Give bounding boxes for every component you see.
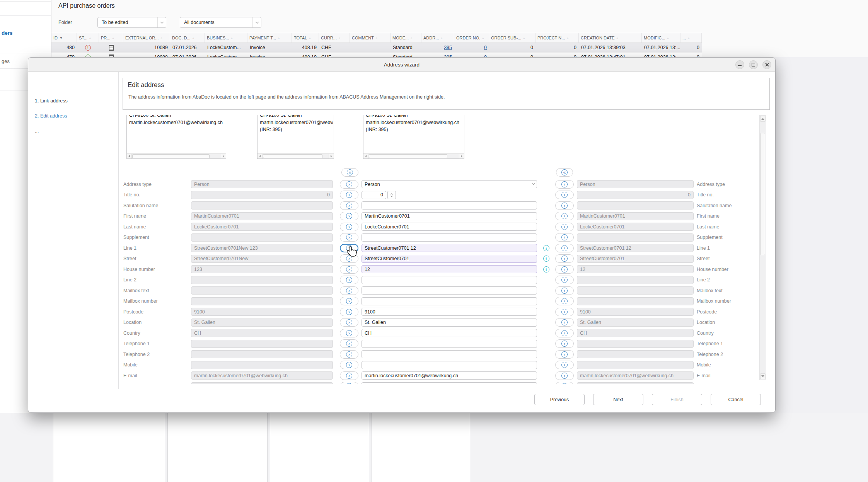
minimize-button[interactable] (735, 60, 744, 69)
field-middle-salutation-name[interactable] (362, 201, 537, 209)
column-header-pr[interactable]: PR...▵ (99, 33, 123, 43)
field-middle-mailbox-number[interactable] (362, 297, 537, 305)
field-middle-title-no[interactable]: 0 (362, 191, 386, 199)
scroll-left-button[interactable] (127, 154, 132, 158)
column-header-mode[interactable]: MODE...▵ (391, 33, 421, 43)
copy-right-button-address-type[interactable]: › (340, 180, 358, 189)
copy-right-button-line-2[interactable]: › (340, 276, 358, 284)
field-middle-line-1[interactable]: StreetCustomer0701 12 (362, 244, 537, 252)
copy-right-button-title-no[interactable]: › (340, 191, 358, 199)
field-middle-house-number[interactable]: 12 (362, 265, 537, 273)
copy-right-button-salutation-name[interactable]: › (340, 201, 358, 210)
column-header-external-or[interactable]: EXTERNAL OR...▵ (123, 33, 170, 43)
column-header-st[interactable]: ST...▵ (77, 33, 99, 43)
copy-left-button-last-name[interactable]: ‹ (555, 223, 574, 231)
copy-right-button-location[interactable]: › (340, 318, 358, 327)
column-header-id[interactable]: ID▼ (51, 33, 77, 43)
previous-button[interactable]: Previous (534, 394, 585, 405)
wizard-step-3[interactable]: ... (35, 128, 39, 134)
scroll-right-button[interactable] (221, 154, 226, 158)
field-middle-street[interactable]: StreetCustomer0701 (362, 255, 537, 263)
copy-left-button-first-name[interactable]: ‹ (555, 212, 574, 220)
copy-right-button-street[interactable]: › (340, 254, 358, 263)
column-header-creation-date[interactable]: CREATION DATE▵ (579, 33, 642, 43)
info-icon[interactable]: i (543, 245, 549, 251)
column-header-modific[interactable]: MODIFIC...▵ (642, 33, 680, 43)
copy-right-button-mailbox-number[interactable]: › (340, 297, 358, 305)
field-middle-telephone-1[interactable] (362, 340, 537, 348)
copy-right-button-supplement[interactable]: › (340, 233, 358, 242)
maximize-button[interactable] (749, 60, 758, 69)
copy-right-button-line-1[interactable]: › (340, 244, 358, 252)
dialog-titlebar[interactable]: Address wizard (28, 58, 775, 72)
horizontal-scrollbar[interactable] (258, 153, 334, 158)
copy-left-button-address-type[interactable]: ‹ (555, 180, 574, 189)
copy-right-button-postcode[interactable]: › (340, 308, 358, 316)
copy-left-button-postcode[interactable]: ‹ (555, 308, 574, 316)
address-preview-panel[interactable]: CH-9100 St. Gallenmartin.lockecustomer07… (126, 115, 226, 159)
copy-all-right-button[interactable]: » (341, 168, 358, 177)
field-middle-mailbox-text[interactable] (362, 286, 537, 295)
scroll-right-button[interactable] (459, 154, 464, 158)
copy-left-button-country[interactable]: ‹ (555, 329, 574, 337)
field-middle-e-mail[interactable]: martin.lockecustomer0701@webwirkung.ch (362, 371, 537, 380)
field-middle-last-name[interactable]: LockeCustomer0701 (362, 223, 537, 231)
scrollbar-thumb[interactable] (263, 154, 322, 158)
scroll-down-button[interactable] (760, 373, 766, 379)
scroll-right-button[interactable] (329, 154, 334, 158)
next-button[interactable]: Next (593, 394, 643, 405)
copy-left-button-line-1[interactable]: ‹ (555, 244, 574, 252)
field-middle-mobile[interactable] (362, 361, 537, 369)
copy-right-button-e-mail[interactable]: › (340, 371, 358, 380)
documents-select[interactable]: All documents (180, 17, 261, 28)
field-middle-supplement[interactable] (362, 233, 537, 242)
sidebar-item-ges[interactable]: ges (2, 58, 10, 64)
copy-right-button-mobile[interactable]: › (340, 361, 358, 369)
copy-left-button-house-number[interactable]: ‹ (555, 265, 574, 274)
copy-left-button-partial[interactable]: ‹ (555, 382, 574, 384)
horizontal-scrollbar[interactable] (363, 153, 464, 158)
copy-right-button-mailbox-text[interactable]: › (340, 286, 358, 295)
cell-link-order-no[interactable]: 0 (484, 45, 487, 50)
vertical-scrollbar[interactable] (759, 115, 766, 380)
wizard-step-1[interactable]: 1. Link address (35, 98, 68, 104)
copy-left-button-telephone-1[interactable]: ‹ (555, 339, 574, 348)
column-header-busines[interactable]: BUSINES...▵ (205, 33, 247, 43)
column-header-doc-d[interactable]: DOC. D...▵ (170, 33, 205, 43)
copy-right-button-first-name[interactable]: › (340, 212, 358, 220)
scrollbar-thumb[interactable] (369, 154, 447, 158)
copy-left-button-mailbox-number[interactable]: ‹ (555, 297, 574, 305)
cell-link-addr[interactable]: 395 (444, 45, 452, 50)
table-row[interactable]: 480!1008907.01.2026LockeCustom...Invoice… (51, 43, 702, 53)
column-header-curr[interactable]: CURR...▵ (319, 33, 350, 43)
copy-right-button-telephone-1[interactable]: › (340, 339, 358, 348)
field-middle-address-type[interactable]: Person (362, 180, 537, 188)
copy-left-button-salutation-name[interactable]: ‹ (555, 201, 574, 210)
folder-select[interactable]: To be edited (97, 17, 166, 28)
copy-left-button-e-mail[interactable]: ‹ (555, 371, 574, 380)
address-preview-panel[interactable]: CH-9100 St. Gallenmartin.lockecustomer07… (257, 115, 334, 159)
copy-left-button-mailbox-text[interactable]: ‹ (555, 286, 574, 295)
info-icon[interactable]: i (543, 255, 549, 262)
field-middle-country[interactable]: CH (362, 329, 537, 337)
scroll-up-button[interactable] (760, 116, 766, 122)
scroll-left-button[interactable] (258, 154, 263, 158)
column-header-order-no[interactable]: ORDER NO.▵ (454, 33, 489, 43)
field-middle-first-name[interactable]: MartinCustomer0701 (362, 212, 537, 220)
copy-left-button-supplement[interactable]: ‹ (555, 233, 574, 242)
copy-left-button-location[interactable]: ‹ (555, 318, 574, 327)
number-spinner[interactable] (387, 191, 396, 199)
horizontal-scrollbar[interactable] (127, 153, 226, 158)
copy-left-button-mobile[interactable]: ‹ (555, 361, 574, 369)
close-button[interactable] (762, 60, 771, 69)
scrollbar-thumb[interactable] (132, 154, 210, 158)
copy-left-button-line-2[interactable]: ‹ (555, 276, 574, 284)
scroll-left-button[interactable] (363, 154, 368, 158)
column-header-more[interactable]: ...▵ (680, 33, 702, 43)
column-header-project-n[interactable]: PROJECT N...▵ (535, 33, 579, 43)
copy-all-left-button[interactable]: « (556, 168, 573, 177)
cancel-button[interactable]: Cancel (711, 394, 761, 405)
field-middle-telephone-2[interactable] (362, 350, 537, 358)
wizard-step-2[interactable]: 2. Edit address (35, 113, 67, 119)
copy-right-button-last-name[interactable]: › (340, 223, 358, 231)
